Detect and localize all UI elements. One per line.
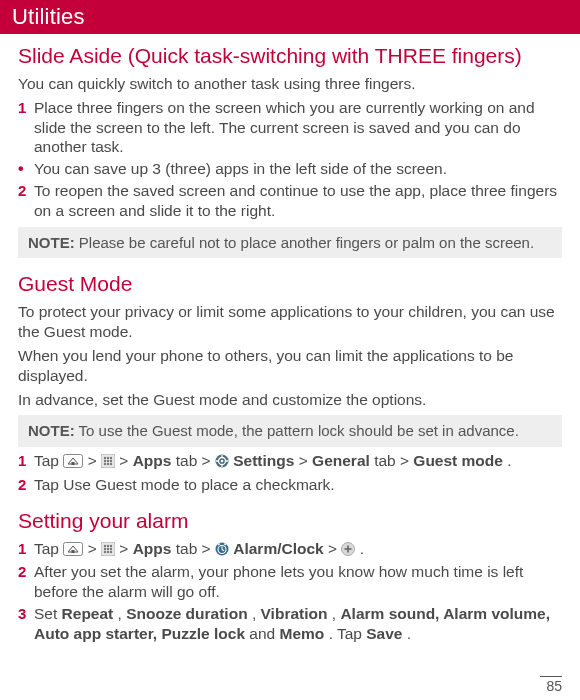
note-text: Please be careful not to place another f… — [75, 234, 534, 251]
apps-grid-icon — [101, 453, 115, 473]
list-item: 2 After you set the alarm, your phone le… — [18, 562, 562, 602]
svg-rect-20 — [72, 550, 75, 553]
note-text: To use the Guest mode, the pattern lock … — [75, 422, 519, 439]
svg-point-9 — [104, 463, 106, 465]
step-marker: 1 — [18, 539, 34, 559]
step-marker: 1 — [18, 451, 34, 471]
svg-point-10 — [107, 463, 109, 465]
header-bar: Utilities — [0, 0, 580, 34]
step-text: Tap > > Apps tab > Alarm/Clock > . — [34, 539, 364, 561]
list-item: • You can save up 3 (three) apps in the … — [18, 159, 562, 179]
alarm-steps: 1 Tap > > Apps tab > Alarm/Clock > . 2 A… — [18, 539, 562, 644]
list-item: 3 Set Repeat , Snooze duration , Vibrati… — [18, 604, 562, 644]
settings-icon — [215, 453, 229, 473]
section-title-guest-mode: Guest Mode — [18, 272, 562, 296]
note-label: NOTE: — [28, 234, 75, 251]
section-title-slide-aside: Slide Aside (Quick task-switching with T… — [18, 44, 562, 68]
header-title: Utilities — [12, 4, 85, 29]
page-content: Slide Aside (Quick task-switching with T… — [0, 44, 580, 644]
guest-mode-p2: When you lend your phone to others, you … — [18, 346, 562, 386]
svg-point-5 — [110, 457, 112, 459]
note-label: NOTE: — [28, 422, 75, 439]
svg-point-22 — [104, 544, 106, 546]
step-text: Tap Use Guest mode to place a checkmark. — [34, 475, 335, 495]
list-item: 2 To reopen the saved screen and continu… — [18, 181, 562, 221]
svg-point-4 — [107, 457, 109, 459]
svg-point-25 — [104, 547, 106, 549]
svg-point-11 — [110, 463, 112, 465]
svg-point-27 — [110, 547, 112, 549]
step-marker: • — [18, 159, 34, 178]
note-box: NOTE: To use the Guest mode, the pattern… — [18, 415, 562, 447]
note-box: NOTE: Please be careful not to place ano… — [18, 227, 562, 259]
section-title-alarm: Setting your alarm — [18, 509, 562, 533]
svg-point-14 — [221, 460, 224, 463]
svg-point-23 — [107, 544, 109, 546]
svg-point-26 — [107, 547, 109, 549]
slide-aside-intro: You can quickly switch to another task u… — [18, 74, 562, 94]
guest-mode-p1: To protect your privacy or limit some ap… — [18, 302, 562, 342]
list-item: 1 Tap > > Apps tab > Settings > General … — [18, 451, 562, 473]
home-icon — [63, 453, 83, 473]
step-marker: 2 — [18, 475, 34, 495]
step-text: Set Repeat , Snooze duration , Vibration… — [34, 604, 562, 644]
step-text: To reopen the saved screen and continue … — [34, 181, 562, 221]
guest-mode-p3: In advance, set the Guest mode and custo… — [18, 390, 562, 410]
list-item: 1 Tap > > Apps tab > Alarm/Clock > . — [18, 539, 562, 561]
page-number: 85 — [540, 676, 562, 694]
step-text: After you set the alarm, your phone lets… — [34, 562, 562, 602]
step-marker: 1 — [18, 98, 34, 118]
home-icon — [63, 541, 83, 561]
slide-aside-steps: 1 Place three fingers on the screen whic… — [18, 98, 562, 221]
svg-point-24 — [110, 544, 112, 546]
svg-point-8 — [110, 460, 112, 462]
svg-point-28 — [104, 550, 106, 552]
svg-point-7 — [107, 460, 109, 462]
step-marker: 3 — [18, 604, 34, 624]
step-text: Tap > > Apps tab > Settings > General ta… — [34, 451, 512, 473]
list-item: 1 Place three fingers on the screen whic… — [18, 98, 562, 157]
step-text: Place three fingers on the screen which … — [34, 98, 562, 157]
list-item: 2 Tap Use Guest mode to place a checkmar… — [18, 475, 562, 495]
svg-point-29 — [107, 550, 109, 552]
svg-point-30 — [110, 550, 112, 552]
step-text: You can save up 3 (three) apps in the le… — [34, 159, 447, 179]
svg-rect-19 — [64, 542, 83, 555]
plus-icon — [341, 541, 355, 561]
step-marker: 2 — [18, 562, 34, 582]
guest-mode-steps: 1 Tap > > Apps tab > Settings > General … — [18, 451, 562, 495]
svg-point-6 — [104, 460, 106, 462]
svg-rect-0 — [64, 454, 83, 467]
step-marker: 2 — [18, 181, 34, 201]
svg-point-3 — [104, 457, 106, 459]
apps-grid-icon — [101, 541, 115, 561]
clock-icon — [215, 541, 229, 561]
svg-rect-1 — [72, 462, 75, 465]
